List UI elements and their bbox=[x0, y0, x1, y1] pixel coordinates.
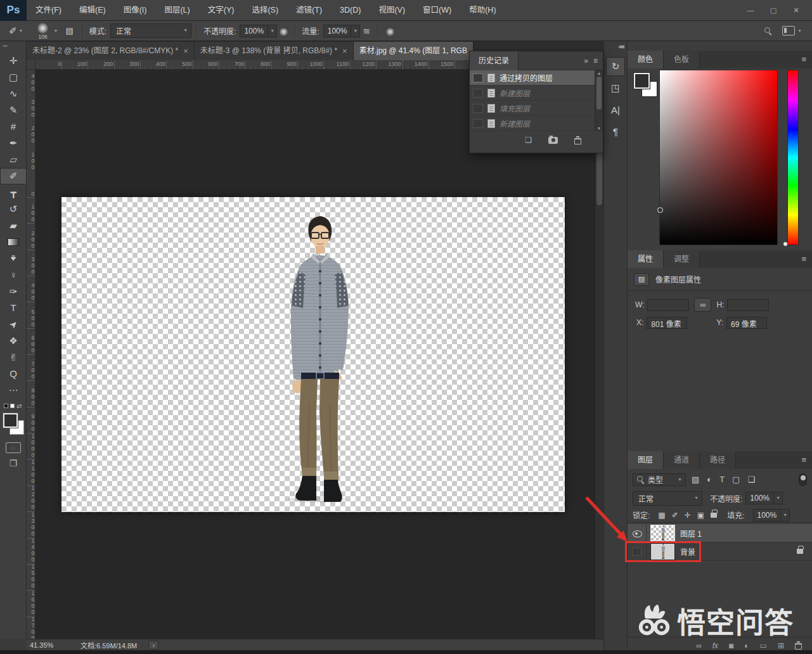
tab-swatches[interactable]: 色板 bbox=[664, 51, 700, 68]
filter-shape-icon[interactable]: ▢ bbox=[732, 475, 740, 484]
history-panel-icon[interactable]: ↻ bbox=[606, 57, 625, 76]
brush-picker-arrow[interactable]: ▼ bbox=[54, 29, 58, 33]
history-brush-tool[interactable]: ↺ bbox=[0, 201, 27, 217]
menu-image[interactable]: 图像(I) bbox=[115, 0, 156, 21]
scroll-down-icon[interactable]: ▼ bbox=[595, 126, 603, 131]
scrollbar-thumb[interactable] bbox=[596, 77, 602, 110]
pen-tool[interactable]: ✑ bbox=[0, 283, 27, 300]
new-snapshot-icon[interactable] bbox=[548, 137, 558, 144]
menu-type[interactable]: 文字(Y) bbox=[199, 0, 243, 21]
link-dimensions-icon[interactable]: ∞ bbox=[694, 298, 711, 312]
close-button[interactable]: ✕ bbox=[789, 6, 803, 15]
minimize-button[interactable]: — bbox=[744, 6, 757, 15]
layer-row[interactable]: 图层 1 bbox=[628, 524, 812, 542]
tab-layers[interactable]: 图层 bbox=[628, 451, 664, 469]
screen-mode-button[interactable]: ❐ bbox=[0, 458, 27, 468]
lock-position-icon[interactable]: ✛ bbox=[685, 511, 691, 520]
blend-mode-select[interactable]: 正常▼ bbox=[110, 23, 191, 38]
layer-style-icon[interactable]: fx bbox=[712, 641, 718, 650]
dodge-tool[interactable]: ♀ bbox=[0, 267, 27, 283]
layer-mask-icon[interactable]: ◙ bbox=[729, 641, 733, 650]
zoom-tool[interactable]: Q bbox=[0, 366, 27, 382]
panel-menu-icon[interactable]: ≡ bbox=[593, 56, 598, 65]
menu-help[interactable]: 帮助(H) bbox=[460, 0, 505, 21]
history-state[interactable]: 新建图层 bbox=[470, 116, 603, 131]
tab-color[interactable]: 颜色 bbox=[628, 51, 664, 68]
lock-artboard-icon[interactable]: ▣ bbox=[697, 511, 704, 520]
notes-panel-icon[interactable]: ◳ bbox=[606, 79, 625, 98]
eraser-tool[interactable]: ▰ bbox=[0, 217, 27, 234]
quick-mask-button[interactable]: ◌ bbox=[6, 442, 21, 453]
tab-adjustments[interactable]: 调整 bbox=[664, 250, 700, 268]
brush-preset-button[interactable]: ✐▼ bbox=[5, 23, 27, 39]
spot-healing-tool[interactable]: ▱ bbox=[0, 151, 27, 168]
history-proxy-box[interactable] bbox=[473, 89, 483, 98]
color-picker-indicator[interactable] bbox=[657, 207, 663, 213]
default-swap-colors[interactable]: ⇄ bbox=[0, 399, 26, 411]
airbrush-icon[interactable]: ≋ bbox=[363, 26, 370, 36]
tab-sucai[interactable]: 素材.jpg @ 41.4% (图层 1, RGB bbox=[354, 42, 474, 60]
eyedropper-tool[interactable]: ✒ bbox=[0, 135, 27, 151]
toggle-brush-panel-button[interactable]: ▤ bbox=[61, 24, 77, 37]
link-layers-icon[interactable]: ∞ bbox=[696, 641, 702, 650]
tab-properties[interactable]: 属性 bbox=[628, 250, 664, 268]
move-tool[interactable]: ✛ bbox=[0, 53, 27, 69]
filter-adjustment-icon[interactable]: ◐ bbox=[707, 475, 712, 484]
lasso-tool[interactable]: ∿ bbox=[0, 86, 27, 102]
hue-slider-indicator[interactable] bbox=[783, 241, 788, 247]
zoom-level-field[interactable]: 41.35% bbox=[30, 641, 78, 649]
y-field[interactable]: 69 像素 bbox=[726, 317, 767, 329]
close-tab-icon[interactable]: × bbox=[183, 42, 188, 60]
lock-transparency-icon[interactable]: ▦ bbox=[658, 511, 665, 520]
canvas-area[interactable] bbox=[35, 70, 603, 639]
menu-3d[interactable]: 3D(D) bbox=[331, 0, 370, 21]
document-canvas[interactable] bbox=[61, 197, 565, 512]
vertical-ruler[interactable]: 5004003002001000100200300400500600700800… bbox=[27, 70, 35, 639]
edit-toolbar[interactable]: ⋯ bbox=[0, 382, 27, 399]
menu-layer[interactable]: 图层(L) bbox=[155, 0, 198, 21]
new-layer-icon[interactable]: ⊞ bbox=[778, 641, 784, 650]
saturation-brightness-field[interactable] bbox=[659, 70, 778, 245]
panel-menu-icon[interactable]: ≡ bbox=[801, 51, 812, 68]
status-options-chevron[interactable]: › bbox=[148, 641, 158, 650]
expand-panels-icon[interactable]: ◀◀ bbox=[604, 41, 627, 54]
layer-thumbnail[interactable] bbox=[651, 525, 674, 541]
menu-select[interactable]: 选择(S) bbox=[243, 0, 287, 21]
workspace-switcher[interactable]: ▼ bbox=[782, 26, 802, 35]
panel-menu-icon[interactable]: ≡ bbox=[801, 451, 812, 469]
history-state[interactable]: 通过拷贝的图层 bbox=[470, 70, 603, 86]
hand-tool[interactable]: ✌ bbox=[0, 349, 27, 366]
history-proxy-box[interactable] bbox=[473, 74, 483, 82]
ruler-origin-corner[interactable] bbox=[27, 60, 35, 70]
new-group-icon[interactable]: ▭ bbox=[760, 641, 767, 650]
history-proxy-box[interactable] bbox=[473, 104, 483, 113]
tab-paths[interactable]: 路径 bbox=[700, 451, 736, 469]
pressure-size-icon[interactable]: ◉ bbox=[386, 26, 394, 36]
crop-tool[interactable]: # bbox=[0, 119, 27, 135]
brush-tool[interactable]: ✐ bbox=[0, 168, 27, 184]
filter-type-icon[interactable]: T bbox=[719, 475, 725, 484]
new-doc-from-state-icon[interactable]: ❏ bbox=[525, 136, 532, 144]
custom-shape-tool[interactable]: ❖ bbox=[0, 333, 27, 349]
clone-stamp-tool[interactable]: ┳ bbox=[0, 184, 27, 201]
type-tool[interactable]: T bbox=[0, 300, 27, 316]
brush-size-preview[interactable]: 106 bbox=[34, 23, 53, 39]
quick-selection-tool[interactable]: ✎ bbox=[0, 102, 27, 119]
layer-fill-input[interactable]: 100%▼ bbox=[753, 509, 790, 522]
width-field[interactable] bbox=[647, 299, 689, 311]
foreground-color-swatch[interactable] bbox=[634, 73, 650, 89]
gradient-tool[interactable] bbox=[0, 234, 27, 250]
layer-filter-select[interactable]: 类型 ▼ bbox=[633, 473, 686, 486]
menu-window[interactable]: 窗口(W) bbox=[414, 0, 460, 21]
history-state[interactable]: 填充图层 bbox=[470, 101, 603, 116]
x-field[interactable]: 801 像素 bbox=[647, 317, 687, 329]
filter-pixel-icon[interactable]: ▨ bbox=[692, 475, 699, 484]
collapse-panel-icon[interactable]: » bbox=[584, 56, 588, 65]
history-scrollbar[interactable]: ▲▼ bbox=[595, 70, 603, 131]
layer-name[interactable]: 图层 1 bbox=[680, 528, 702, 539]
tab-channels[interactable]: 通道 bbox=[664, 451, 700, 469]
scroll-up-icon[interactable]: ▲ bbox=[595, 71, 603, 75]
panel-menu-icon[interactable]: ≡ bbox=[801, 250, 812, 268]
menu-edit[interactable]: 编辑(E) bbox=[70, 0, 115, 21]
filter-toggle-switch[interactable] bbox=[799, 473, 807, 486]
